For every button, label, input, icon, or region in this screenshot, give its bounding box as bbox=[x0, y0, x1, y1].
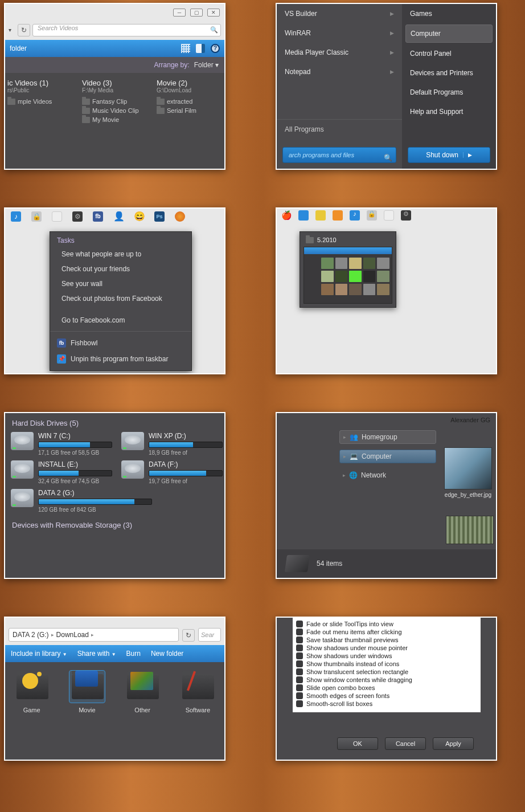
view-grid-icon[interactable] bbox=[181, 44, 190, 53]
option-row[interactable]: Show thumbnails instead of icons bbox=[296, 660, 477, 668]
checkbox[interactable] bbox=[296, 668, 303, 675]
start-right-item[interactable]: Devices and Printers bbox=[402, 63, 496, 83]
app-icon-4[interactable] bbox=[384, 210, 394, 221]
option-row[interactable]: Show translucent selection rectangle bbox=[296, 668, 477, 676]
maximize-button[interactable]: ▢ bbox=[190, 9, 203, 17]
refresh-button[interactable]: ↻ bbox=[18, 24, 30, 36]
search-input[interactable]: Sear bbox=[198, 628, 221, 642]
breadcrumb-segment[interactable]: DATA 2 (G:) ▸ bbox=[13, 631, 54, 639]
shutdown-options-icon[interactable]: ▶ bbox=[463, 152, 472, 158]
library-column[interactable]: ic Videos (1) rs\Public mple Videos bbox=[7, 79, 73, 123]
checkbox[interactable] bbox=[296, 684, 303, 691]
option-row[interactable]: Slide open combo boxes bbox=[296, 684, 477, 692]
checkbox[interactable] bbox=[296, 636, 303, 643]
drive-item[interactable]: DATA (F:) 19,7 GB free of bbox=[121, 460, 223, 484]
arrange-by-value[interactable]: Folder ▾ bbox=[194, 61, 219, 69]
checkbox[interactable] bbox=[296, 652, 303, 659]
toolbar-button[interactable]: Include in library ▼ bbox=[11, 650, 67, 658]
apple-icon[interactable]: 🍎 bbox=[281, 210, 292, 221]
checkbox[interactable] bbox=[296, 660, 303, 667]
jumplist-task[interactable]: See what people are up to bbox=[50, 247, 191, 262]
expand-chevron-icon[interactable]: ▸ bbox=[343, 454, 346, 459]
toolbar-button[interactable]: New folder bbox=[151, 650, 183, 658]
jumplist-task[interactable]: Check out your friends bbox=[50, 262, 191, 276]
checkbox[interactable] bbox=[296, 629, 303, 635]
nav-node-computer[interactable]: ▸ 💻Computer bbox=[339, 450, 436, 463]
folder-item[interactable]: Fantasy Clip bbox=[82, 98, 147, 105]
breadcrumb[interactable]: DATA 2 (G:) ▸DownLoad ▸ bbox=[9, 628, 179, 642]
jumplist-unpin-row[interactable]: 📌 Unpin this program from taskbar bbox=[50, 351, 191, 367]
start-right-item[interactable]: Control Panel bbox=[402, 44, 496, 63]
search-input[interactable]: Search Videos bbox=[32, 24, 221, 36]
option-row[interactable]: Save taskbar thumbnail previews bbox=[296, 636, 477, 644]
nav-node-network[interactable]: ▸ 🌐Network bbox=[339, 469, 436, 482]
folder-item[interactable]: Other bbox=[122, 670, 163, 713]
itunes-icon[interactable]: ♪ bbox=[11, 211, 21, 222]
file-thumbnail-2[interactable] bbox=[446, 516, 494, 544]
expand-chevron-icon[interactable]: ▸ bbox=[343, 434, 346, 440]
start-right-item[interactable]: Games bbox=[402, 4, 496, 23]
drive-item[interactable]: INSTALL (E:) 32,4 GB free of 74,5 GB bbox=[11, 460, 112, 484]
visual-effects-list[interactable]: Fade or slide ToolTips into viewFade out… bbox=[293, 618, 481, 712]
jumplist-app-row[interactable]: fb Fishbowl bbox=[50, 335, 191, 351]
lock-icon[interactable]: 🔒 bbox=[367, 210, 377, 221]
start-search-input[interactable]: arch programs and files bbox=[282, 147, 396, 163]
lock-icon[interactable]: 🔒 bbox=[31, 211, 42, 222]
folder-item[interactable]: Serial Film bbox=[157, 107, 222, 114]
settings-icon[interactable]: ⚙ bbox=[72, 211, 83, 222]
facebook-icon[interactable]: fb bbox=[93, 211, 103, 222]
checkbox[interactable] bbox=[296, 676, 303, 683]
messenger-icon[interactable]: 👤 bbox=[113, 211, 124, 222]
option-row[interactable]: Fade or slide ToolTips into view bbox=[296, 620, 477, 628]
nav-node-homegroup[interactable]: ▸ 👥Homegroup bbox=[339, 430, 436, 444]
library-column[interactable]: Movie (2) G:\DownLoad extractedSerial Fi… bbox=[157, 79, 222, 123]
all-programs-button[interactable]: All Programs bbox=[277, 119, 402, 139]
folder-item[interactable]: Music Video Clip bbox=[82, 107, 147, 114]
ok-button[interactable]: OK bbox=[337, 737, 378, 750]
folder-item[interactable]: extracted bbox=[157, 98, 222, 105]
jumplist-go-link[interactable]: Go to Facebook.com bbox=[50, 313, 191, 328]
folder-item[interactable]: Software bbox=[177, 670, 219, 713]
jumplist-task[interactable]: Check out photos from Facebook bbox=[50, 291, 191, 306]
breadcrumb-segment[interactable]: DownLoad ▸ bbox=[56, 631, 94, 639]
gear-icon[interactable]: ⚙ bbox=[401, 210, 411, 221]
drive-item[interactable]: WIN 7 (C:) 17,1 GB free of 58,5 GB bbox=[11, 432, 112, 456]
folder-item[interactable]: mple Videos bbox=[7, 98, 73, 105]
library-column[interactable]: Video (3) F:\My Media Fantasy ClipMusic … bbox=[82, 79, 147, 123]
start-right-item[interactable]: Default Programs bbox=[402, 83, 496, 102]
cancel-button[interactable]: Cancel bbox=[385, 737, 426, 750]
folder-item[interactable]: Game bbox=[11, 670, 52, 713]
folder-item[interactable]: Movie bbox=[66, 670, 108, 713]
start-right-item[interactable]: Computer bbox=[405, 25, 493, 43]
program-item[interactable]: WinRAR▶ bbox=[277, 23, 402, 43]
folder-item[interactable]: My Movie bbox=[82, 116, 147, 123]
program-item[interactable]: VS Builder▶ bbox=[277, 4, 402, 23]
shutdown-button[interactable]: Shut down▶ bbox=[408, 147, 490, 163]
itunes-icon[interactable]: ♪ bbox=[350, 210, 360, 221]
preview-pane-icon[interactable] bbox=[196, 44, 205, 53]
firefox-icon[interactable] bbox=[175, 211, 185, 222]
program-item[interactable]: Notepad▶ bbox=[277, 62, 402, 81]
window-thumbnail-card[interactable]: 5.2010 bbox=[300, 231, 396, 308]
close-button[interactable]: ✕ bbox=[207, 9, 220, 17]
app-icon-2[interactable] bbox=[315, 210, 326, 221]
option-row[interactable]: Show window contents while dragging bbox=[296, 676, 477, 684]
option-row[interactable]: Show shadows under mouse pointer bbox=[296, 644, 477, 652]
minimize-button[interactable]: ─ bbox=[173, 9, 186, 17]
refresh-button[interactable]: ↻ bbox=[182, 629, 195, 642]
expand-chevron-icon[interactable]: ▸ bbox=[343, 472, 346, 478]
toolbar-button[interactable]: Burn bbox=[126, 650, 141, 658]
option-row[interactable]: Smooth-scroll list boxes bbox=[296, 700, 477, 708]
checkbox[interactable] bbox=[296, 621, 303, 627]
drive-item[interactable]: WIN XP (D:) 18,9 GB free of bbox=[121, 432, 223, 456]
file-thumbnail[interactable]: edge_by_ether.jpg bbox=[442, 447, 494, 498]
option-row[interactable]: Fade out menu items after clicking bbox=[296, 628, 477, 636]
app-icon-1[interactable] bbox=[298, 210, 309, 221]
drive-item[interactable]: DATA 2 (G:) 120 GB free of 842 GB bbox=[11, 489, 223, 513]
emoji-icon[interactable]: 😄 bbox=[134, 211, 144, 222]
app-icon-3[interactable] bbox=[333, 210, 343, 221]
help-icon[interactable]: ? bbox=[211, 44, 220, 53]
checkbox[interactable] bbox=[296, 700, 303, 707]
start-right-item[interactable]: Help and Support bbox=[402, 102, 496, 121]
app-icon[interactable] bbox=[52, 211, 62, 222]
